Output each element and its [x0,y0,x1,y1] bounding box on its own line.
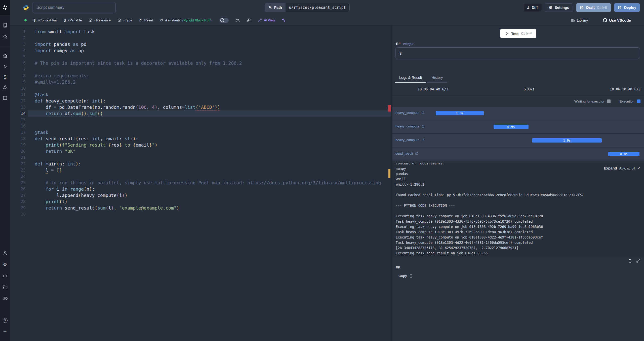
code-line-19[interactable]: 19 print(f"Sending result {res} to {emai… [10,142,391,148]
legend-waiting-label: Waiting for executor [574,99,605,103]
code-line-7[interactable]: 7 [10,66,391,73]
code-line-12[interactable]: 12def heavy_compute(n: int): [10,98,391,104]
sidebar-item-favorites[interactable] [0,34,10,39]
code-line-10[interactable]: 10 [10,85,391,91]
ai-sparkles-button[interactable] [281,18,286,22]
settings-button[interactable]: ⚙ Settings [545,3,573,12]
code-line-4[interactable]: 4import numpy as np [10,47,391,54]
code-text: print(l) [35,198,67,205]
test-button[interactable]: Test Ctrl+⏎ [500,29,536,38]
dollar-icon: $ [64,18,66,22]
code-line-9[interactable]: 9#wmill>=1.286.2 [10,79,391,85]
code-line-14[interactable]: 14 return df.sum().sum() [10,110,391,117]
line-number: 17 [10,129,26,135]
tab-logs-result[interactable]: Logs & Result [395,74,426,83]
deploy-button[interactable]: Deploy [614,3,640,12]
sidebar-item-schedules[interactable] [0,95,10,100]
code-line-29[interactable]: 29 return send_result(sum(l), "example@e… [10,205,391,211]
add-type-button[interactable]: +Type [117,18,132,22]
code-line-25[interactable]: 25 # to run things in parallel, simply u… [10,180,391,186]
code-line-22[interactable]: 22def main(n: int): [10,161,391,167]
code-text: @task [35,129,48,135]
code-line-23[interactable]: 23 l = [] [10,167,391,173]
eye-icon [3,296,8,301]
sidebar-item-home[interactable] [0,53,10,59]
code-line-3[interactable]: 3import pandas as pd [10,41,391,47]
code-line-27[interactable]: 27 l.append(heavy_compute(i)) [10,192,391,198]
use-vscode-button[interactable]: Use VScode [602,18,631,23]
job-link[interactable]: heavy_compute [395,124,425,128]
collaborators-button[interactable] [235,18,240,23]
fullscreen-icon[interactable] [636,259,640,263]
path-group[interactable]: ✎ Path u/rfiszel/pleasant_script [265,3,350,12]
code-editor[interactable]: 1from wmill import task23import pandas a… [10,26,391,341]
log-line: content of requirements: [396,163,641,166]
code-line-2[interactable]: 2 [10,35,391,41]
code-line-8[interactable]: 8#extra_requirements: [10,73,391,79]
code-line-13[interactable]: 13 df = pd.DataFrame(np.random.randn(100… [10,104,391,110]
toggle-switch[interactable] [220,18,229,23]
arg-type: integer [403,42,414,46]
code-line-15[interactable]: 15 [10,117,391,123]
sidebar-item-folders[interactable] [0,285,10,290]
code-line-6[interactable]: 6# The pin is important since task is a … [10,60,391,66]
test-shortcut: Ctrl+⏎ [521,31,532,36]
code-line-26[interactable]: 26 for i in range(n): [10,186,391,192]
resource-label: +Resource [94,18,111,22]
script-summary-input[interactable] [32,2,116,13]
sidebar-item-runs[interactable] [0,64,10,69]
diff-button[interactable]: ± Diff [523,3,542,12]
windmill-logo[interactable] [0,0,10,15]
code-line-16[interactable]: 16 [10,123,391,129]
sidebar-collapse[interactable]: → [0,328,10,334]
assistants-button[interactable]: ↻ Assistants (Pyright Black Ruff) [160,18,212,23]
sidebar-item-audit[interactable] [0,296,10,301]
robot-icon [3,273,8,279]
code-line-5[interactable]: 5 [10,54,391,60]
code-line-21[interactable]: 21 [10,154,391,161]
legend-execution-label: Execution [620,99,634,103]
tab-history[interactable]: History [427,74,447,83]
format-button[interactable] [247,18,251,22]
sidebar-item-variables[interactable]: $ [0,74,10,80]
add-variable-button[interactable]: $ +Variable [64,18,82,22]
path-edit-button[interactable]: ✎ Path [265,3,286,12]
add-resource-button[interactable]: +Resource [89,18,111,22]
copy-result-button[interactable]: Copy [398,274,413,278]
sidebar-item-workers[interactable] [0,273,10,279]
code-line-11[interactable]: 11@task [10,91,391,98]
code-text: l = [] [35,167,62,173]
sidebar-item-workspace[interactable] [0,23,10,28]
code-text: def send_result(res: int, email: str): [35,135,138,142]
code-line-20[interactable]: 20 return "OK" [10,148,391,154]
code-line-17[interactable]: 17@task [10,129,391,135]
job-link[interactable]: send_result [395,152,418,155]
code-text: df = pd.DataFrame(np.random.randn(100, 4… [35,104,220,110]
logs-viewer[interactable]: content of requirements:numpypandaswmill… [392,163,644,257]
sidebar-item-resources[interactable] [0,85,10,90]
arg-n-input[interactable] [395,47,640,59]
sidebar-item-users[interactable] [0,251,10,256]
wand-icon [258,18,262,22]
library-button[interactable]: Library [571,18,588,22]
job-link[interactable]: heavy_compute [395,111,425,115]
autoscroll-checkbox[interactable]: ✓ [637,166,640,170]
execution-bar: 1.9s [532,138,602,143]
reset-button[interactable]: ↻ Reset [139,18,153,23]
code-line-30[interactable]: 30 [10,211,391,217]
draft-button[interactable]: Draft Ctrl+S [576,3,611,12]
sidebar-item-settings[interactable]: ⚙ [0,261,10,267]
expand-logs-button[interactable]: Expand [604,166,617,170]
copy-logs-icon[interactable] [628,259,632,263]
code-line-18[interactable]: 18def send_result(res: int, email: str): [10,135,391,142]
log-line: Task heavy_compute (018e1303-4336-f5f6-d… [396,219,641,224]
code-line-1[interactable]: 1from wmill import task [10,28,391,35]
ai-gen-button[interactable]: AI Gen [258,18,275,22]
log-line: Executing task heavy_compute on job 018e… [396,235,641,240]
run-duration: 5.397s [524,87,534,91]
job-link[interactable]: heavy_compute [395,138,425,142]
sidebar-item-help[interactable]: ? [0,318,10,323]
code-line-28[interactable]: 28 print(l) [10,198,391,205]
code-line-24[interactable]: 24 [10,173,391,180]
add-context-var-button[interactable]: $ +Context Var [33,18,57,22]
